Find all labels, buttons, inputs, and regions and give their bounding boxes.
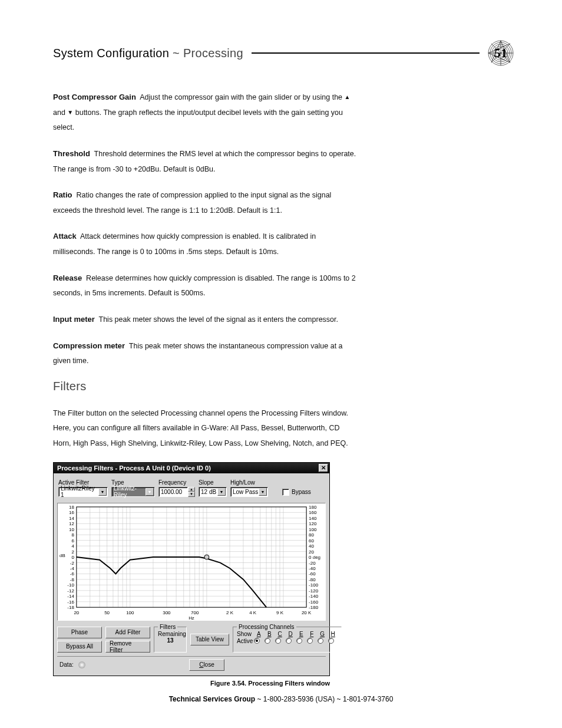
- close-button[interactable]: Close: [189, 659, 224, 671]
- channel-radio[interactable]: [254, 638, 260, 644]
- svg-text:-6: -6: [70, 571, 75, 577]
- channel-radio[interactable]: [318, 638, 323, 644]
- svg-text:8: 8: [71, 532, 74, 538]
- phase-button[interactable]: Phase: [57, 627, 102, 638]
- svg-text:-2: -2: [70, 560, 75, 565]
- svg-text:-18: -18: [67, 605, 74, 610]
- header-rule: [252, 52, 480, 54]
- dialog-titlebar[interactable]: Processing Filters - Process A Unit 0 (D…: [54, 463, 329, 473]
- channel-header[interactable]: D: [286, 631, 295, 637]
- filters-paragraph: The Filter button on the selected Proces…: [53, 406, 359, 452]
- disk-icon: [78, 661, 85, 668]
- page-title: System Configuration ~ Processing: [53, 47, 243, 60]
- bypass-all-button[interactable]: Bypass All: [57, 641, 102, 653]
- svg-text:-20: -20: [309, 560, 316, 565]
- bypass-checkbox[interactable]: [282, 489, 289, 496]
- label-active-filter: Active Filter: [58, 479, 108, 486]
- filters-remaining-group: Filters Remaining13: [154, 627, 187, 653]
- svg-point-110: [204, 555, 209, 559]
- svg-text:100: 100: [309, 527, 317, 532]
- label-highlow: High/Low: [230, 479, 268, 486]
- svg-text:18: 18: [69, 505, 74, 510]
- svg-text:-40: -40: [309, 566, 316, 571]
- channel-header[interactable]: F: [307, 631, 316, 637]
- table-view-button[interactable]: Table View: [190, 634, 229, 645]
- def-post-compressor-gain: Post Compressor Gain Adjust the compress…: [53, 90, 359, 136]
- channel-radio[interactable]: [296, 638, 302, 644]
- svg-text:Hz: Hz: [189, 615, 194, 620]
- svg-text:140: 140: [309, 516, 317, 521]
- channel-radio[interactable]: [307, 638, 313, 644]
- dialog-title: Processing Filters - Process A Unit 0 (D…: [57, 465, 211, 472]
- channel-radio[interactable]: [275, 638, 281, 644]
- svg-text:180: 180: [309, 505, 317, 510]
- svg-text:-16: -16: [67, 599, 74, 604]
- svg-text:-4: -4: [70, 566, 75, 571]
- svg-text:-14: -14: [67, 594, 74, 599]
- svg-text:0 deg: 0 deg: [309, 555, 320, 560]
- active-filter-combo[interactable]: LinkwitzRiley 1: [58, 487, 108, 497]
- label-frequency: Frequency: [158, 479, 195, 486]
- remove-filter-button[interactable]: Remove Filter: [105, 641, 150, 653]
- svg-text:-120: -120: [309, 588, 319, 594]
- svg-text:-80: -80: [309, 577, 316, 582]
- svg-text:80: 80: [309, 532, 314, 538]
- svg-text:50: 50: [104, 610, 110, 615]
- svg-text:10: 10: [69, 527, 74, 532]
- svg-text:-140: -140: [309, 594, 319, 599]
- svg-text:100: 100: [126, 610, 134, 615]
- channel-radio[interactable]: [328, 638, 334, 644]
- svg-text:4: 4: [71, 543, 74, 549]
- svg-text:40: 40: [309, 543, 314, 549]
- frequency-spinner[interactable]: ▲▼: [188, 487, 195, 497]
- channel-header[interactable]: E: [296, 631, 306, 637]
- svg-text:6: 6: [71, 538, 74, 543]
- svg-text:20: 20: [309, 549, 314, 554]
- def-release: Release Release determines how quickly c…: [53, 271, 359, 301]
- svg-text:-180: -180: [309, 605, 319, 610]
- add-filter-button[interactable]: Add Filter: [105, 627, 150, 638]
- channel-header[interactable]: G: [318, 631, 327, 637]
- page-number: 51: [494, 45, 507, 61]
- svg-text:0: 0: [71, 555, 74, 560]
- slope-combo[interactable]: 12 dB: [199, 487, 227, 497]
- def-attack: Attack Attack determines how quickly com…: [53, 229, 359, 259]
- channel-radio[interactable]: [286, 638, 292, 644]
- def-input-meter: Input meter This peak meter shows the le…: [53, 312, 359, 328]
- svg-text:20 K: 20 K: [302, 610, 312, 615]
- svg-text:-160: -160: [309, 599, 319, 604]
- svg-text:700: 700: [191, 610, 199, 615]
- svg-text:14: 14: [69, 516, 74, 521]
- svg-text:-60: -60: [309, 571, 316, 577]
- highlow-combo[interactable]: Low Pass: [230, 487, 268, 497]
- page-footer: Technical Services Group ~ 1-800-283-593…: [0, 695, 562, 703]
- svg-text:-100: -100: [309, 582, 319, 588]
- channel-header[interactable]: A: [254, 631, 263, 637]
- def-compression-meter: Compression meter This peak meter shows …: [53, 338, 359, 369]
- svg-text:120: 120: [309, 521, 317, 526]
- svg-text:-12: -12: [67, 588, 74, 594]
- down-triangle-icon: ▼: [67, 109, 73, 116]
- label-slope: Slope: [199, 479, 227, 486]
- channel-header[interactable]: B: [265, 631, 274, 637]
- svg-text:2 K: 2 K: [226, 610, 234, 615]
- svg-text:9 K: 9 K: [276, 610, 284, 615]
- figure-caption: Figure 3.54. Processing Filters window: [53, 680, 330, 687]
- frequency-input[interactable]: 1000.00: [158, 487, 188, 497]
- filter-response-graph[interactable]: -18-16-14-12-10-8-6-4-2024681012141618-1…: [57, 503, 326, 621]
- processing-channels-group: Processing Channels ShowABCDEFGHActive: [233, 627, 342, 653]
- channel-header[interactable]: H: [328, 631, 338, 637]
- close-icon[interactable]: ✕: [319, 464, 328, 472]
- svg-text:dB: dB: [59, 553, 65, 558]
- svg-text:-10: -10: [67, 582, 74, 588]
- channel-radio[interactable]: [265, 638, 270, 644]
- page-header: System Configuration ~ Processing 51: [53, 40, 514, 66]
- status-bar: Data: Close: [57, 656, 326, 672]
- svg-text:60: 60: [309, 538, 314, 543]
- label-bypass: Bypass: [292, 489, 311, 495]
- svg-text:4 K: 4 K: [249, 610, 257, 615]
- channel-header[interactable]: C: [275, 631, 285, 637]
- type-combo[interactable]: Linkwitz-Riley: [111, 487, 155, 497]
- def-ratio: Ratio Ratio changes the rate of compress…: [53, 187, 359, 218]
- svg-text:2: 2: [71, 549, 74, 554]
